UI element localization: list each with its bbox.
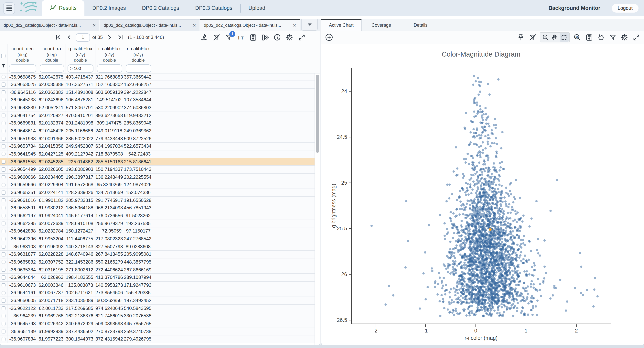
table-row[interactable]: -36.966535162.0224141128.2339026434.7513… <box>0 189 320 196</box>
filter-input-i_calibFlux[interactable] <box>97 64 122 72</box>
table-row[interactable]: -36.966219761.9924041145.6177614176.0736… <box>0 212 320 220</box>
row-checkbox[interactable] <box>1 82 6 86</box>
filter-row-icon[interactable] <box>1 63 6 69</box>
table-row[interactable]: -36.964194562.0427125409.2127942718.8879… <box>0 150 320 158</box>
row-checkbox[interactable] <box>1 175 6 179</box>
table-row[interactable]: -36.963187762.0228228148.6740946267.8413… <box>0 250 320 258</box>
column-header-r_calibFlux[interactable]: r_calibFlux(nJy)double <box>124 44 153 72</box>
table-row[interactable]: -36.964883962.0052811571.8067791530.2209… <box>0 104 320 112</box>
column-header-coord_ra[interactable]: coord_ra(deg)double <box>38 44 66 72</box>
row-checkbox[interactable] <box>1 283 6 287</box>
row-checkbox[interactable] <box>1 221 6 226</box>
table-row[interactable]: -36.961067362.0003346135.003873140.59582… <box>0 282 320 289</box>
column-header-coord_dec[interactable]: coord_dec(deg)double <box>7 44 38 72</box>
table-row[interactable]: -36.966588262.0307752322.1453286650.2166… <box>0 258 320 266</box>
table-tab[interactable]: dp02_dc2_catalogs.Object - data-int.ls..… <box>0 19 100 31</box>
filter-input-coord_ra[interactable] <box>40 64 64 72</box>
search-scope-icon[interactable] <box>200 33 208 42</box>
table-row[interactable]: -36.964416162.0067737102.5711621273.8554… <box>0 289 320 297</box>
table-row[interactable]: -36.964239661.9953204111.4406775217.0802… <box>0 235 320 243</box>
filter-applied-icon[interactable]: 1 <box>224 33 233 42</box>
select-rect-icon[interactable] <box>560 33 568 42</box>
tab-upload[interactable]: Upload <box>240 0 273 16</box>
table-row[interactable]: -36.965859161.9930212186.5964188968.2134… <box>0 204 320 212</box>
settings-icon[interactable] <box>620 33 629 42</box>
table-row[interactable]: -36.965193862.0091366285.5022022779.3433… <box>0 135 320 142</box>
row-checkbox[interactable] <box>1 198 6 202</box>
expand-icon[interactable] <box>632 33 640 42</box>
table-row[interactable]: -36.965449962.0226605193.8080903150.7194… <box>0 166 320 174</box>
tab-dp0-3-catalogs[interactable]: DP0.3 Catalogs <box>187 0 240 16</box>
table-row[interactable]: -36.964861462.0148426205.1166686249.0119… <box>0 127 320 135</box>
row-checkbox[interactable] <box>1 244 6 249</box>
page-number-input[interactable] <box>76 34 90 42</box>
row-checkbox[interactable] <box>1 214 6 218</box>
row-checkbox[interactable] <box>1 168 6 172</box>
add-chart-button[interactable] <box>325 33 334 42</box>
row-checkbox[interactable] <box>1 90 6 94</box>
tab-coverage[interactable]: Coverage <box>362 19 401 31</box>
tab-active-chart[interactable]: Active Chart <box>321 19 362 31</box>
table-row[interactable]: -36.960783461.9977223300.1544973372.4315… <box>0 336 320 343</box>
filter-icon[interactable] <box>608 33 617 42</box>
expand-icon[interactable] <box>297 33 306 42</box>
close-icon[interactable]: × <box>93 22 96 28</box>
table-row[interactable]: -36.964283862.0232784150.127242772.95059… <box>0 228 320 235</box>
text-options-icon[interactable]: TT <box>236 33 245 42</box>
row-checkbox[interactable] <box>1 337 6 341</box>
tab-details[interactable]: Details <box>401 19 440 31</box>
logout-button[interactable]: Logout <box>612 4 638 12</box>
table-row[interactable]: -36.962212262.0011733217.5269685974.6240… <box>0 304 320 312</box>
row-checkbox[interactable] <box>1 252 6 256</box>
row-checkbox[interactable] <box>1 314 6 318</box>
row-checkbox[interactable] <box>1 152 6 156</box>
row-checkbox[interactable] <box>1 144 6 148</box>
table-row[interactable]: -36.966006662.0234405196.3897817136.2248… <box>0 174 320 181</box>
tab-dp0-2-catalogs[interactable]: DP0.2 Catalogs <box>134 0 187 16</box>
tab-results[interactable]: Results <box>42 0 84 16</box>
row-checkbox[interactable] <box>1 260 6 264</box>
table-row[interactable]: -36.964464462.026963198.4183555413.37047… <box>0 274 320 282</box>
row-checkbox[interactable] <box>1 229 6 233</box>
filter-input-g_calibFlux[interactable] <box>67 64 94 72</box>
row-checkbox[interactable] <box>1 237 6 241</box>
table-row[interactable]: -36.965113961.9992939337.4436502270.8723… <box>0 328 320 336</box>
row-checkbox[interactable] <box>1 183 6 187</box>
table-row[interactable]: -36.963538462.0316195271.8902612272.4406… <box>0 266 320 274</box>
row-checkbox[interactable] <box>1 121 6 125</box>
background-monitor-button[interactable]: Background Monitor <box>548 5 600 11</box>
table-row[interactable]: -36.965302562.0035388107.3527571152.1603… <box>0 81 320 88</box>
select-all-checkbox[interactable] <box>1 54 6 58</box>
row-checkbox[interactable] <box>1 298 6 303</box>
zoom-original-icon[interactable]: 1x <box>573 33 582 42</box>
table-row[interactable]: -36.964523862.0243696106.4878281149.5141… <box>0 96 320 104</box>
save-icon[interactable] <box>248 33 257 42</box>
first-page-button[interactable] <box>54 33 62 42</box>
last-page-button[interactable] <box>116 33 125 42</box>
filter-input-coord_dec[interactable] <box>9 64 36 72</box>
row-checkbox[interactable] <box>1 206 6 210</box>
table-row[interactable]: -36.964579362.0026342240.6672929509.0893… <box>0 320 320 328</box>
prev-page-button[interactable] <box>65 33 74 42</box>
row-checkbox[interactable] <box>1 75 6 79</box>
row-checkbox[interactable] <box>1 275 6 280</box>
row-checkbox[interactable] <box>1 114 6 118</box>
filter-input-r_calibFlux[interactable] <box>126 64 151 72</box>
table-tab[interactable]: dp02_dc2_catalogs.Object - data-int.ls..… <box>200 19 300 31</box>
table-row[interactable]: -36.965966662.0229404191.657206865.33402… <box>0 181 320 189</box>
table-row[interactable]: -36.96310862.0196092140.3718143327.55077… <box>0 243 320 250</box>
scatter-chart[interactable]: Color-Magnitude Diagram2424.52525.52626.… <box>321 44 644 345</box>
zoom-in-icon[interactable] <box>541 33 550 42</box>
row-checkbox[interactable] <box>1 306 6 310</box>
row-checkbox[interactable] <box>1 129 6 133</box>
table-row[interactable]: -36.965060562.0071718233.103508960.32628… <box>0 297 320 304</box>
table-row[interactable]: -36.965373462.0415356249.9452807634.1997… <box>0 143 320 150</box>
restore-icon[interactable] <box>596 33 605 42</box>
scrollbar-thumb[interactable] <box>316 74 319 152</box>
pin-icon[interactable] <box>516 33 525 42</box>
row-checkbox[interactable] <box>1 160 6 164</box>
filter-clear-icon[interactable] <box>212 33 221 42</box>
info-icon[interactable] <box>273 33 282 42</box>
table-row[interactable]: -36.966101661.9901182205.9733315291.7745… <box>0 197 320 204</box>
table-row[interactable]: -36.96423961.9969768162.2136376621.74860… <box>0 312 320 320</box>
